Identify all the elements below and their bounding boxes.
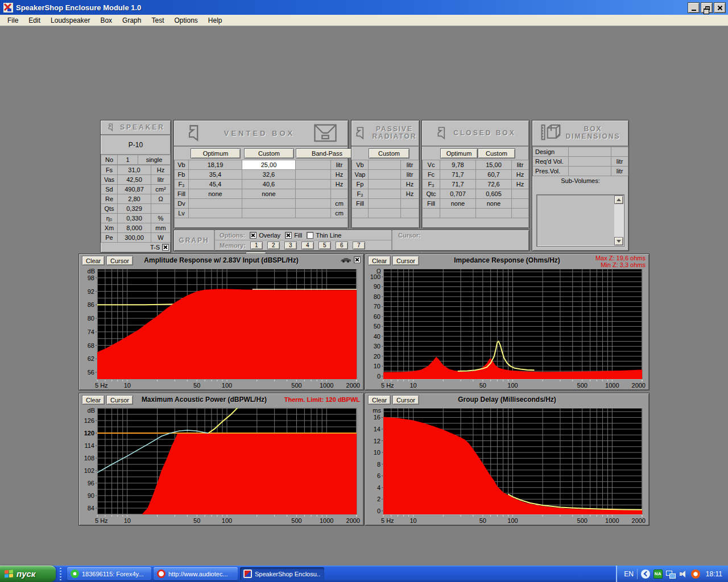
custom-cell[interactable] xyxy=(475,209,512,218)
thin-line-checkbox[interactable] xyxy=(307,232,313,239)
value-cell[interactable] xyxy=(368,209,401,218)
menu-file[interactable]: File xyxy=(2,16,23,25)
value-cell[interactable] xyxy=(368,199,401,209)
memory-button-5[interactable]: 5 xyxy=(318,242,331,250)
menu-options[interactable]: Options xyxy=(169,16,202,25)
custom-cell[interactable]: 40,6 xyxy=(242,180,296,189)
volume-icon[interactable] xyxy=(679,569,688,579)
taskbar-clock[interactable]: 18:11 xyxy=(706,570,722,578)
taskbar-task-speakershop[interactable]: SpeakerShop Enclosu... xyxy=(240,567,324,580)
menu-help[interactable]: Help xyxy=(203,16,228,25)
memory-button-2[interactable]: 2 xyxy=(267,242,280,250)
overlay-checkbox[interactable] xyxy=(250,232,257,239)
optimum-cell[interactable]: 35,4 xyxy=(188,170,242,180)
bandpass-cell[interactable] xyxy=(295,160,331,170)
no-value[interactable]: 1 xyxy=(117,155,138,165)
vented-custom-button[interactable]: Custom xyxy=(244,148,294,159)
menu-test[interactable]: Test xyxy=(146,16,169,25)
network-icon[interactable] xyxy=(666,569,675,579)
taskbar-task-icq[interactable]: 183696115: Forex4y... xyxy=(67,567,151,580)
quick-launch-grip[interactable] xyxy=(58,568,65,580)
optimum-cell[interactable] xyxy=(188,209,242,218)
bandpass-cell[interactable] xyxy=(295,170,331,180)
optimum-cell[interactable]: 9,78 xyxy=(440,160,476,170)
sub-volumes-listbox[interactable] xyxy=(536,194,624,247)
custom-cell[interactable]: 25,00 xyxy=(242,160,296,170)
start-button[interactable]: пуск xyxy=(0,566,56,582)
scrollbar[interactable] xyxy=(614,196,623,246)
restore-button[interactable] xyxy=(701,2,713,13)
value-cell[interactable] xyxy=(568,157,611,167)
close-button[interactable] xyxy=(714,2,726,13)
menu-graph[interactable]: Graph xyxy=(117,16,146,25)
value-cell[interactable] xyxy=(368,170,401,180)
value-cell[interactable]: 0,329 xyxy=(117,204,151,214)
clear-button[interactable]: Clear xyxy=(368,256,391,265)
value-cell[interactable] xyxy=(568,167,611,176)
closed-optimum-button[interactable]: Optimum xyxy=(440,148,478,159)
scroll-down-button[interactable] xyxy=(614,237,623,246)
mode-value[interactable]: single xyxy=(138,155,171,165)
custom-cell[interactable] xyxy=(242,209,296,218)
value-cell[interactable] xyxy=(368,160,401,170)
impedance-chart[interactable]: Ω10090807060504030201005 Hz1050100500100… xyxy=(366,267,648,389)
value-cell[interactable]: 300,00 xyxy=(117,233,151,243)
taskbar-task-opera[interactable]: http://www.audiotec... xyxy=(154,567,238,580)
custom-cell[interactable]: 15,00 xyxy=(475,160,512,170)
ts-checkbox[interactable] xyxy=(162,244,169,251)
bandpass-cell[interactable] xyxy=(295,209,331,218)
scroll-up-button[interactable] xyxy=(614,196,623,204)
clear-button[interactable]: Clear xyxy=(82,395,105,405)
custom-cell[interactable] xyxy=(242,199,296,209)
cursor-button[interactable]: Cursor xyxy=(392,395,419,405)
optimum-cell[interactable]: 45,4 xyxy=(188,180,242,189)
memory-button-4[interactable]: 4 xyxy=(301,242,314,250)
custom-cell[interactable]: none xyxy=(475,199,512,209)
language-indicator[interactable]: EN xyxy=(624,570,634,578)
power-chart[interactable]: dB1261201141081029690845 Hz1050100500100… xyxy=(80,406,362,524)
menu-edit[interactable]: Edit xyxy=(23,16,46,25)
antivirus-icon[interactable] xyxy=(653,569,663,579)
minimize-button[interactable] xyxy=(688,2,700,13)
group-delay-chart[interactable]: ms16141210864205 Hz105010050010002000 xyxy=(366,406,648,524)
memory-button-3[interactable]: 3 xyxy=(284,242,297,250)
optimum-cell[interactable]: none xyxy=(440,199,476,209)
value-cell[interactable]: 31,0 xyxy=(117,165,151,175)
opera-tray-icon[interactable] xyxy=(691,569,700,579)
value-cell[interactable] xyxy=(368,180,401,189)
optimum-cell[interactable]: 0,707 xyxy=(440,189,476,199)
clear-button[interactable]: Clear xyxy=(82,256,105,265)
memory-button-1[interactable]: 1 xyxy=(250,242,263,250)
fill-checkbox[interactable] xyxy=(285,232,292,239)
value-cell[interactable]: 490,87 xyxy=(117,185,151,194)
value-cell[interactable]: 0,330 xyxy=(117,214,151,223)
passive-custom-button[interactable]: Custom xyxy=(369,148,410,159)
value-cell[interactable]: 42,50 xyxy=(117,175,151,185)
cursor-button[interactable]: Cursor xyxy=(106,395,133,405)
optimum-cell[interactable] xyxy=(188,199,242,209)
custom-cell[interactable]: none xyxy=(242,189,296,199)
fill-option[interactable]: Fill xyxy=(285,232,302,239)
menu-loudspeaker[interactable]: Loudspeaker xyxy=(46,16,95,25)
bandpass-cell[interactable] xyxy=(295,189,331,199)
thin-line-option[interactable]: Thin Line xyxy=(307,232,341,239)
show-plot-checkbox[interactable] xyxy=(354,256,361,263)
vented-optimum-button[interactable]: Optimum xyxy=(191,148,241,159)
optimum-cell[interactable]: 71,7 xyxy=(440,170,476,180)
driver-name[interactable]: P-10 xyxy=(101,135,171,155)
hide-icons-chevron-icon[interactable] xyxy=(641,569,650,579)
value-cell[interactable] xyxy=(568,147,611,157)
menu-box[interactable]: Box xyxy=(95,16,117,25)
amplitude-chart[interactable]: dB98928680746862565 Hz105010050010002000 xyxy=(80,267,362,389)
optimum-cell[interactable]: none xyxy=(188,189,242,199)
optimum-cell[interactable]: 71,7 xyxy=(440,180,476,189)
value-cell[interactable]: 8,000 xyxy=(117,223,151,233)
custom-cell[interactable]: 32,6 xyxy=(242,170,296,180)
overlay-option[interactable]: Overlay xyxy=(250,232,280,239)
value-cell[interactable] xyxy=(368,189,401,199)
memory-button-7[interactable]: 7 xyxy=(353,242,365,250)
custom-cell[interactable]: 0,605 xyxy=(475,189,512,199)
cursor-button[interactable]: Cursor xyxy=(392,256,419,265)
custom-cell[interactable]: 60,7 xyxy=(475,170,512,180)
value-cell[interactable]: 2,80 xyxy=(117,194,151,204)
